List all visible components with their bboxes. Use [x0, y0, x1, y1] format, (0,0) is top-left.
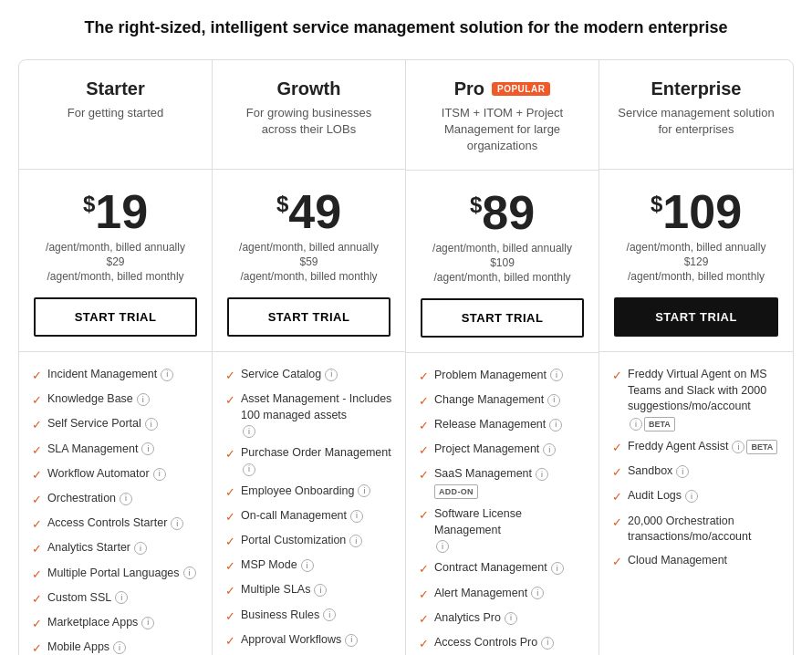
info-icon[interactable]: i	[113, 641, 126, 654]
feature-item: ✓Purchase Order Managementi	[225, 445, 392, 476]
info-icon[interactable]: i	[349, 535, 362, 547]
info-icon[interactable]: i	[141, 442, 154, 455]
checkmark-icon: ✓	[225, 446, 235, 463]
feature-item: ✓Access Controls Starteri	[32, 515, 199, 533]
info-icon[interactable]: i	[436, 540, 449, 553]
info-icon[interactable]: i	[358, 484, 370, 497]
feature-item: ✓Multiple SLAsi	[225, 582, 392, 599]
feature-text: Software License Managementi	[434, 506, 586, 553]
plan-features-starter: ✓Incident Managementi✓Knowledge Basei✓Se…	[19, 352, 212, 655]
feature-item: ✓MSP Modei	[225, 557, 392, 575]
info-icon[interactable]: i	[314, 584, 327, 597]
checkmark-icon: ✓	[32, 467, 42, 483]
info-icon[interactable]: i	[120, 493, 132, 505]
feature-item: ✓Self Service Portali	[32, 416, 199, 433]
start-trial-btn-starter[interactable]: START TRIAL	[34, 297, 197, 337]
info-icon[interactable]: i	[153, 468, 166, 481]
info-icon[interactable]: i	[145, 418, 158, 431]
plan-price-monthly-pro: $109	[421, 256, 584, 269]
start-trial-btn-pro[interactable]: START TRIAL	[421, 298, 584, 338]
info-icon[interactable]: i	[505, 612, 517, 625]
checkmark-icon: ✓	[419, 442, 429, 459]
info-icon[interactable]: i	[115, 591, 128, 604]
plan-pricing-growth: $49/agent/month, billed annually$59/agen…	[213, 170, 405, 352]
feature-text: On-call Managementi	[241, 508, 363, 525]
info-icon[interactable]: i	[243, 425, 255, 438]
plan-desc-pro: ITSM + ITOM + Project Management for lar…	[421, 105, 584, 155]
info-icon[interactable]: i	[541, 637, 554, 650]
info-icon[interactable]: i	[549, 419, 562, 431]
feature-text: Custom SSLi	[47, 590, 128, 607]
info-icon[interactable]: i	[141, 617, 154, 629]
feature-text: SaaS ManagementiADD-ON	[434, 466, 586, 499]
info-icon[interactable]: i	[685, 490, 698, 503]
checkmark-icon: ✓	[32, 516, 42, 533]
plan-col-pro: ProPOPULARITSM + ITOM + Project Manageme…	[406, 60, 599, 655]
info-icon[interactable]: i	[243, 463, 255, 476]
plan-desc-enterprise: Service management solution for enterpri…	[614, 105, 778, 138]
plan-header-starter: StarterFor getting started	[19, 60, 212, 170]
info-icon[interactable]: i	[161, 369, 173, 381]
plan-features-pro: ✓Problem Managementi✓Change Managementi✓…	[406, 353, 599, 655]
info-icon[interactable]: i	[550, 369, 563, 381]
start-trial-btn-enterprise[interactable]: START TRIAL	[614, 297, 778, 337]
feature-text: Audit Logsi	[628, 488, 698, 504]
info-icon[interactable]: i	[137, 393, 150, 406]
feature-text: Change Managementi	[434, 392, 560, 409]
price-dollar-sign: $	[83, 193, 95, 215]
info-icon[interactable]: i	[323, 608, 336, 621]
plan-billing-monthly-enterprise: /agent/month, billed monthly	[614, 270, 778, 283]
info-icon[interactable]: i	[536, 468, 548, 481]
info-icon[interactable]: i	[301, 559, 314, 572]
feature-item: ✓Software License Managementi	[419, 506, 586, 553]
feature-item: ✓Mobile Appsi	[32, 639, 199, 655]
feature-item: ✓Release Managementi	[419, 417, 586, 434]
feature-item: ✓Analytics Starteri	[32, 540, 199, 557]
feature-text: Incident Managementi	[47, 367, 173, 383]
info-icon[interactable]: i	[350, 510, 363, 523]
plan-header-growth: GrowthFor growing businesses across thei…	[213, 60, 405, 170]
plan-billing-annual-starter: /agent/month, billed annually	[34, 241, 197, 254]
feature-text: Freddy Agent AssistiBETA	[628, 439, 777, 455]
feature-item: ✓Incident Managementi	[32, 367, 199, 384]
feature-item: ✓Marketplace Appsi	[32, 615, 199, 632]
page-title: The right-sized, intelligent service man…	[18, 18, 794, 37]
info-icon[interactable]: i	[183, 567, 196, 579]
info-icon[interactable]: i	[543, 443, 556, 456]
feature-text: Analytics Starteri	[47, 540, 147, 556]
feature-item: ✓Access Controls Proi	[419, 635, 586, 652]
info-icon[interactable]: i	[531, 587, 544, 599]
info-icon[interactable]: i	[171, 517, 183, 530]
checkmark-icon: ✓	[225, 558, 235, 575]
info-icon[interactable]: i	[325, 369, 338, 381]
checkmark-icon: ✓	[419, 467, 429, 483]
plan-col-starter: StarterFor getting started$19/agent/mont…	[19, 60, 213, 655]
beta-badge: BETA	[644, 417, 675, 432]
info-icon[interactable]: i	[732, 441, 744, 453]
info-icon[interactable]: i	[345, 634, 358, 647]
feature-text: Problem Managementi	[434, 368, 563, 384]
plan-pricing-starter: $19/agent/month, billed annually$29/agen…	[19, 170, 212, 352]
info-icon[interactable]: i	[547, 394, 560, 407]
price-dollar-sign: $	[470, 194, 482, 216]
feature-text: Workflow Automatori	[47, 466, 166, 483]
info-icon[interactable]: i	[630, 418, 642, 431]
checkmark-icon: ✓	[32, 567, 42, 583]
start-trial-btn-growth[interactable]: START TRIAL	[227, 297, 390, 337]
feature-text: Knowledge Basei	[47, 391, 150, 408]
checkmark-icon: ✓	[32, 368, 42, 384]
feature-text: Purchase Order Managementi	[241, 445, 392, 476]
info-icon[interactable]: i	[134, 542, 147, 555]
feature-text: Orchestrationi	[47, 491, 132, 507]
plan-pricing-pro: $89/agent/month, billed annually$109/age…	[406, 171, 599, 353]
feature-item: ✓Freddy Virtual Agent on MS Teams and Sl…	[612, 367, 780, 431]
feature-item: ✓Alert Managementi	[419, 586, 586, 603]
info-icon[interactable]: i	[551, 562, 564, 575]
plan-price-pro: 89	[482, 189, 535, 236]
plan-billing-annual-enterprise: /agent/month, billed annually	[614, 241, 778, 254]
feature-item: ✓Project Managementi	[419, 442, 586, 459]
feature-item: ✓On-call Managementi	[225, 508, 392, 525]
plan-billing-annual-growth: /agent/month, billed annually	[227, 241, 390, 254]
feature-item: ✓Orchestrationi	[32, 491, 199, 508]
info-icon[interactable]: i	[676, 465, 689, 478]
